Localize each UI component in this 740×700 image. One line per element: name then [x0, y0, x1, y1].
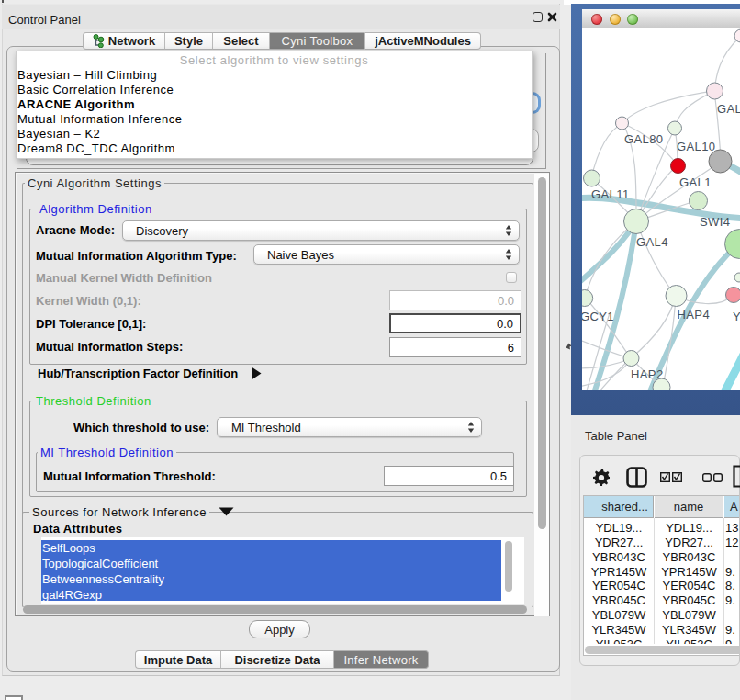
svg-text:GAL80: GAL80 — [624, 132, 663, 146]
svg-text:GAL11: GAL11 — [591, 187, 630, 201]
svg-text:GAL4: GAL4 — [636, 235, 668, 249]
svg-text:GAL10: GAL10 — [677, 140, 715, 153]
svg-text:Y: Y — [733, 310, 740, 323]
svg-text:HAP4: HAP4 — [678, 308, 711, 322]
svg-text:GCY1: GCY1 — [582, 310, 614, 323]
svg-text:HAP2: HAP2 — [631, 367, 664, 381]
svg-text:SWI4: SWI4 — [700, 215, 730, 229]
svg-text:GAL: GAL — [717, 102, 740, 116]
svg-text:GAL1: GAL1 — [679, 175, 712, 189]
